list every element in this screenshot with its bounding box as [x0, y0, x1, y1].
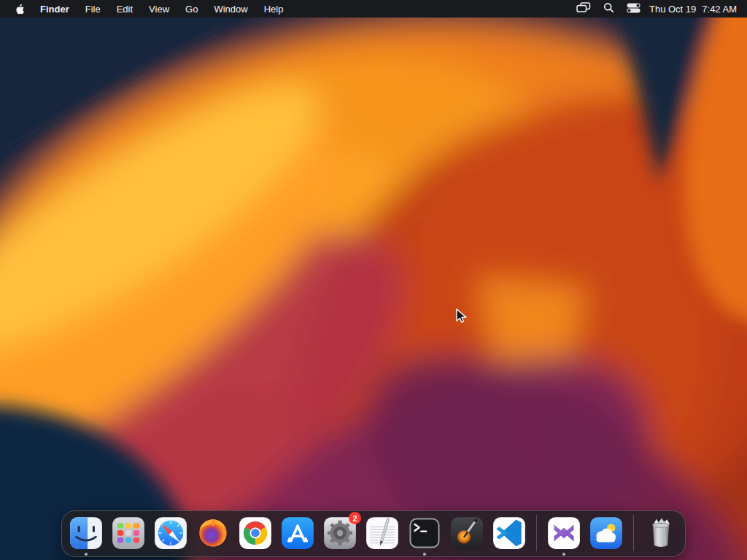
dock-item-visual-studio[interactable]: [546, 515, 582, 551]
dock-item-trash[interactable]: [643, 515, 679, 551]
running-indicator: [423, 553, 426, 556]
running-indicator: [85, 553, 88, 556]
dock-item-system-settings[interactable]: 2: [322, 515, 358, 551]
dock-item-safari[interactable]: [152, 515, 189, 551]
menubar-clock[interactable]: Thu Oct 19 7:42 AM: [649, 4, 737, 15]
desktop-wallpaper: [0, 0, 747, 560]
dock-separator: [536, 515, 537, 551]
dock-item-app-store[interactable]: [279, 515, 316, 551]
menu-file[interactable]: File: [77, 4, 109, 15]
menu-help[interactable]: Help: [256, 4, 292, 15]
menu-bar: Finder File Edit View Go Window Help: [0, 0, 747, 18]
dock-item-textedit[interactable]: [364, 515, 400, 551]
active-app-name[interactable]: Finder: [32, 4, 77, 15]
dock: 2: [61, 510, 686, 557]
dock-item-launchpad[interactable]: [110, 515, 147, 551]
running-indicator: [562, 553, 565, 556]
menu-edit[interactable]: Edit: [109, 4, 141, 15]
dock-item-weather[interactable]: [588, 515, 624, 551]
stacked-windows-icon[interactable]: [576, 2, 591, 15]
dock-separator: [633, 515, 634, 551]
control-center-icon[interactable]: [627, 3, 640, 15]
clock-date: Thu Oct 19: [649, 4, 696, 15]
mouse-cursor: [452, 307, 467, 326]
dock-item-finder[interactable]: [68, 515, 104, 551]
menu-go[interactable]: Go: [177, 4, 206, 15]
dock-item-vscode[interactable]: [491, 515, 527, 551]
spotlight-search-icon[interactable]: [603, 2, 614, 15]
menu-view[interactable]: View: [141, 4, 177, 15]
menu-window[interactable]: Window: [206, 4, 255, 15]
dock-item-garageband[interactable]: [449, 515, 485, 551]
notification-badge: 2: [349, 512, 361, 524]
dock-item-chrome[interactable]: [237, 515, 274, 551]
dock-item-firefox[interactable]: [195, 515, 231, 551]
clock-time: 7:42 AM: [702, 4, 737, 15]
dock-item-terminal[interactable]: [406, 515, 443, 551]
desktop: Finder File Edit View Go Window Help: [0, 0, 747, 560]
apple-menu-icon[interactable]: [15, 3, 25, 15]
